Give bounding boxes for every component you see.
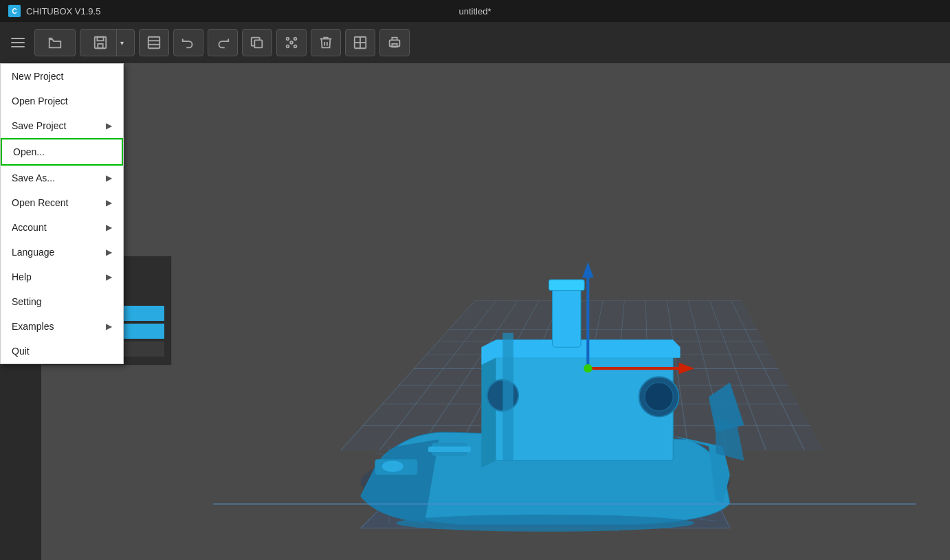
svg-marker-66 bbox=[678, 363, 694, 374]
menu-item-help[interactable]: Help ▶ bbox=[1, 265, 123, 289]
svg-point-11 bbox=[294, 38, 297, 41]
svg-rect-8 bbox=[254, 40, 262, 47]
svg-point-12 bbox=[287, 45, 289, 48]
language-arrow: ▶ bbox=[106, 247, 112, 257]
printer-button[interactable] bbox=[379, 29, 410, 56]
menu-item-setting[interactable]: Setting bbox=[1, 289, 123, 314]
menu-item-examples[interactable]: Examples ▶ bbox=[1, 314, 123, 339]
undo-button[interactable] bbox=[173, 29, 203, 56]
main-content: Scale Mirror X Y Z Generate bbox=[0, 63, 950, 560]
help-arrow: ▶ bbox=[106, 272, 112, 282]
svg-point-50 bbox=[645, 383, 673, 411]
save-arrow-button[interactable]: ▾ bbox=[116, 29, 127, 56]
menu-item-open-project[interactable]: Open Project bbox=[1, 89, 123, 113]
svg-point-67 bbox=[584, 364, 592, 372]
svg-marker-60 bbox=[502, 333, 513, 460]
hamburger-button[interactable] bbox=[5, 30, 30, 55]
open-file-button[interactable] bbox=[34, 29, 76, 56]
toolbar: ▾ bbox=[0, 22, 950, 63]
title-bar-left: C CHITUBOX V1.9.5 bbox=[8, 5, 100, 17]
svg-rect-4 bbox=[98, 44, 102, 48]
save-button-group: ▾ bbox=[80, 29, 135, 56]
save-as-arrow: ▶ bbox=[106, 173, 112, 183]
menu-item-save-as[interactable]: Save As... ▶ bbox=[1, 166, 123, 190]
svg-text:C: C bbox=[12, 8, 16, 15]
redo-button[interactable] bbox=[208, 29, 238, 56]
window-title: untitled* bbox=[459, 6, 491, 16]
svg-rect-53 bbox=[549, 280, 584, 290]
menu-item-language[interactable]: Language ▶ bbox=[1, 240, 123, 265]
svg-rect-3 bbox=[97, 37, 103, 41]
menu-item-quit[interactable]: Quit bbox=[1, 339, 123, 363]
ground-line bbox=[213, 503, 916, 505]
hamburger-line-3 bbox=[11, 46, 25, 47]
menu-item-open-recent[interactable]: Open Recent ▶ bbox=[1, 190, 123, 215]
copy-button[interactable] bbox=[242, 29, 272, 56]
menu-item-account[interactable]: Account ▶ bbox=[1, 215, 123, 240]
hamburger-line-2 bbox=[11, 42, 25, 43]
svg-point-13 bbox=[294, 45, 297, 48]
menu-item-save-project[interactable]: Save Project ▶ bbox=[1, 113, 123, 138]
boat-model bbox=[41, 63, 950, 560]
svg-rect-5 bbox=[148, 37, 160, 49]
svg-point-9 bbox=[290, 41, 293, 44]
svg-marker-64 bbox=[582, 262, 594, 278]
save-project-arrow: ▶ bbox=[106, 121, 112, 131]
app-logo: C bbox=[8, 5, 21, 17]
viewport[interactable] bbox=[41, 63, 950, 560]
app-title: CHITUBOX V1.9.5 bbox=[26, 6, 100, 16]
slice-button[interactable] bbox=[139, 29, 169, 56]
examples-arrow: ▶ bbox=[106, 322, 112, 331]
title-bar: C CHITUBOX V1.9.5 untitled* bbox=[0, 0, 950, 22]
open-recent-arrow: ▶ bbox=[106, 198, 112, 208]
svg-rect-18 bbox=[392, 44, 397, 47]
dropdown-menu: New Project Open Project Save Project ▶ … bbox=[0, 63, 124, 364]
svg-rect-52 bbox=[553, 283, 581, 347]
svg-rect-17 bbox=[390, 40, 400, 46]
menu-item-new-project[interactable]: New Project bbox=[1, 64, 123, 89]
save-main-button[interactable] bbox=[87, 29, 113, 56]
svg-point-62 bbox=[382, 460, 404, 472]
svg-point-10 bbox=[287, 38, 289, 41]
arrange-button[interactable] bbox=[276, 29, 307, 56]
svg-point-44 bbox=[396, 515, 694, 532]
menu-item-open[interactable]: Open... bbox=[1, 138, 123, 166]
svg-rect-57 bbox=[428, 447, 471, 452]
svg-rect-2 bbox=[95, 37, 107, 49]
svg-marker-46 bbox=[481, 354, 496, 467]
account-arrow: ▶ bbox=[106, 223, 112, 232]
hamburger-line-1 bbox=[11, 38, 25, 39]
delete-button[interactable] bbox=[311, 29, 341, 56]
view-button[interactable] bbox=[345, 29, 375, 56]
